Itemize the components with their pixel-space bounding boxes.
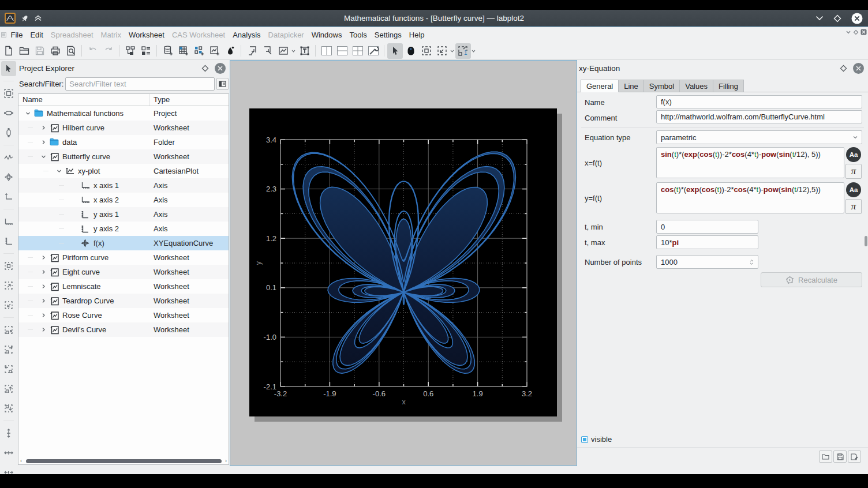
tree-item-name[interactable]: Piriform curve: [62, 253, 108, 262]
tree-row[interactable]: Rose CurveWorksheet: [18, 308, 229, 322]
import-button[interactable]: [244, 43, 260, 59]
tree-row[interactable]: Hilbert curveWorksheet: [18, 121, 229, 135]
export-button[interactable]: [260, 43, 275, 59]
float-dock-icon[interactable]: [201, 65, 209, 72]
tree-item-name[interactable]: f(x): [93, 239, 104, 247]
butterfly-plot[interactable]: -3.2-1.9-0.60.61.93.23.42.31.20.1-1.0-2.…: [249, 108, 557, 416]
column-header-type[interactable]: Type: [149, 94, 174, 106]
axis-corner-button[interactable]: [1, 189, 16, 204]
menu-worksheet[interactable]: Worksheet: [125, 28, 168, 42]
expander-open-icon[interactable]: [25, 111, 31, 117]
menu-spreadsheet[interactable]: Spreadsheet: [47, 28, 97, 42]
menu-cas-worksheet[interactable]: CAS Worksheet: [169, 28, 229, 42]
scale-x2-button[interactable]: [1, 465, 16, 480]
break-layout-button[interactable]: [365, 43, 381, 59]
menu-settings[interactable]: Settings: [371, 28, 405, 42]
tree-item-name[interactable]: y axis 2: [93, 224, 119, 233]
h-capsule-button[interactable]: [1, 106, 16, 121]
select-region-button[interactable]: [1, 86, 16, 101]
columns-config-button[interactable]: [216, 78, 229, 90]
zoom-in-box-button[interactable]: [1, 278, 16, 293]
close-icon[interactable]: [851, 13, 863, 24]
tree-row[interactable]: LemniscateWorksheet: [18, 279, 229, 294]
horizontal-layout-button[interactable]: [334, 43, 350, 59]
zoom-select-button[interactable]: [418, 43, 434, 59]
tab-general[interactable]: General: [581, 80, 619, 92]
maximize-icon[interactable]: [833, 14, 841, 22]
select-cursor-button[interactable]: [387, 43, 403, 59]
expander-open-icon[interactable]: [56, 168, 62, 174]
butterfly-curve[interactable]: [292, 152, 515, 373]
tree-item-name[interactable]: Teardrop Curve: [62, 296, 114, 305]
constants-button[interactable]: Aa: [846, 182, 861, 197]
menu-windows[interactable]: Windows: [308, 28, 346, 42]
y-axis-button[interactable]: [1, 234, 16, 249]
expander-closed-icon[interactable]: [40, 140, 46, 145]
tree-item-name[interactable]: x axis 1: [93, 181, 119, 190]
tree-row[interactable]: f(x)XYEquationCurve: [18, 236, 229, 250]
tab-filling[interactable]: Filling: [713, 80, 744, 92]
shift-lower-box-button[interactable]: [1, 401, 16, 416]
pi-functions-button[interactable]: π: [845, 199, 862, 214]
tree-row[interactable]: Devil's CurveWorksheet: [18, 322, 229, 337]
lens-button[interactable]: [1, 170, 16, 185]
y-equation-input[interactable]: cos(t)*(exp(cos(t))-2*cos(4*t)-pow(sin(t…: [656, 182, 844, 213]
menu-tools[interactable]: Tools: [346, 28, 370, 42]
column-header-name[interactable]: Name: [18, 94, 149, 106]
tree-row[interactable]: x axis 1Axis: [18, 178, 229, 193]
dropdown-chevron-icon[interactable]: [450, 43, 454, 59]
navigate-mouse-button[interactable]: [403, 43, 418, 59]
tmin-input[interactable]: 0: [656, 220, 758, 234]
tree-row[interactable]: Piriform curveWorksheet: [18, 250, 229, 265]
expander-closed-icon[interactable]: [40, 125, 46, 131]
new-datapicker-button[interactable]: [222, 43, 238, 59]
new-document-button[interactable]: [1, 43, 16, 59]
scrollbar-thumb[interactable]: [26, 459, 222, 463]
points-spinbox[interactable]: 1000: [656, 255, 758, 269]
undo-button[interactable]: [85, 43, 100, 59]
zoom-region-button[interactable]: [1, 258, 16, 273]
tree-row[interactable]: Eight curveWorksheet: [18, 265, 229, 279]
menu-analysis[interactable]: Analysis: [229, 28, 264, 42]
menu-file[interactable]: File: [8, 28, 27, 42]
expander-closed-icon[interactable]: [40, 298, 46, 304]
visible-checkbox[interactable]: [581, 436, 588, 443]
minimize-icon[interactable]: [815, 16, 824, 21]
dock-scrollbar-thumb[interactable]: [865, 236, 867, 246]
tree-item-name[interactable]: Devil's Curve: [62, 325, 106, 334]
tab-symbol[interactable]: Symbol: [644, 80, 680, 92]
constants-button[interactable]: Aa: [846, 147, 861, 162]
scroll-right-arrow[interactable]: ›: [225, 458, 227, 464]
tree-hscrollbar[interactable]: ‹ ›: [18, 457, 229, 464]
scroll-left-arrow[interactable]: ‹: [20, 458, 22, 464]
print-button[interactable]: [47, 43, 63, 59]
tree-item-name[interactable]: xy-plot: [78, 167, 100, 175]
tree-item-name[interactable]: Eight curve: [62, 268, 100, 276]
load-template-button[interactable]: [819, 451, 832, 463]
pi-functions-button[interactable]: π: [845, 164, 862, 179]
tree-row[interactable]: Teardrop CurveWorksheet: [18, 294, 229, 308]
recalculate-button[interactable]: Recalculate: [761, 272, 862, 287]
visible-row[interactable]: visible: [581, 435, 612, 444]
save-template-button[interactable]: [833, 451, 847, 463]
new-matrix-button[interactable]: [175, 43, 191, 59]
expander-closed-icon[interactable]: [40, 313, 46, 318]
tree-item-name[interactable]: Rose Curve: [62, 311, 102, 320]
tree-item-name[interactable]: Mathematical functions: [47, 109, 124, 118]
tree-row[interactable]: y axis 1Axis: [18, 207, 229, 222]
tab-line[interactable]: Line: [619, 80, 644, 92]
tree-item-name[interactable]: data: [62, 138, 77, 147]
spinbox-arrows-icon[interactable]: [750, 260, 754, 265]
tree-row[interactable]: xy-plotCartesianPlot: [18, 164, 229, 178]
curve-button[interactable]: [1, 150, 16, 165]
tmax-input[interactable]: 10*pi: [656, 235, 758, 249]
new-spreadsheet-button[interactable]: [160, 43, 175, 59]
v-capsule-button[interactable]: [1, 125, 16, 140]
subwindow-minimize-icon[interactable]: [845, 29, 851, 35]
expander-closed-icon[interactable]: [40, 255, 46, 261]
zoom-out-box-button[interactable]: [1, 298, 16, 313]
save-as-template-button[interactable]: [848, 451, 861, 463]
x-axis-button[interactable]: [1, 214, 16, 229]
new-folder-button[interactable]: [122, 43, 138, 59]
tree-row[interactable]: x axis 2Axis: [18, 193, 229, 207]
